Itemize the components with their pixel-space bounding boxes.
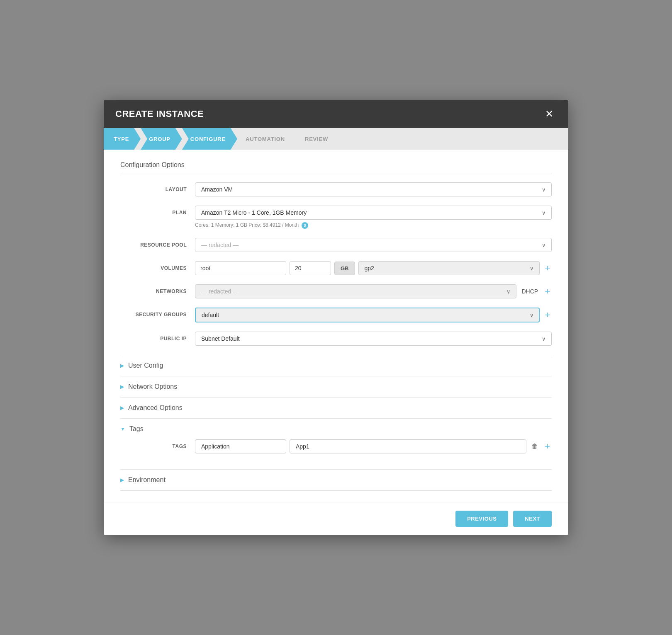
security-groups-control: default +: [195, 308, 552, 322]
dhcp-label: DHCP: [521, 288, 538, 295]
resource-pool-group: RESOURCE POOL — redacted —: [120, 238, 552, 252]
add-tag-button[interactable]: +: [543, 442, 552, 451]
user-config-section: ▶ User Config: [120, 355, 552, 376]
tags-form-group: TAGS 🗑 +: [120, 439, 552, 453]
public-ip-select[interactable]: Subnet Default: [195, 332, 552, 346]
tags-content: TAGS 🗑 +: [120, 439, 552, 469]
volumes-control: GB gp2 +: [195, 261, 552, 275]
tag-value-input[interactable]: [290, 439, 526, 453]
layout-group: LAYOUT Amazon VM: [120, 182, 552, 196]
section-title: Configuration Options: [120, 161, 552, 174]
tags-form-control: 🗑 +: [195, 439, 552, 453]
previous-button[interactable]: PREVIOUS: [455, 511, 508, 527]
tags-section: ▼ Tags TAGS 🗑 +: [120, 418, 552, 469]
user-config-chevron: ▶: [120, 363, 124, 368]
security-groups-select[interactable]: default: [195, 308, 540, 322]
plan-select[interactable]: Amazon T2 Micro - 1 Core, 1GB Memory: [195, 206, 552, 220]
tags-label: Tags: [129, 425, 144, 433]
volume-name-input[interactable]: [195, 261, 286, 275]
volume-size-input[interactable]: [290, 261, 331, 275]
security-select-wrapper: default: [195, 308, 540, 322]
plan-info: Cores: 1 Memory: 1 GB Price: $8.4912 / M…: [195, 222, 552, 229]
networks-control: — redacted — DHCP +: [195, 284, 552, 298]
tags-row: 🗑 +: [195, 439, 552, 453]
networks-row: — redacted — DHCP +: [195, 284, 552, 298]
security-groups-label: SECURITY GROUPS: [120, 308, 195, 318]
volume-unit: GB: [334, 262, 355, 275]
network-select-wrapper: — redacted —: [195, 284, 516, 298]
resource-pool-control: — redacted —: [195, 238, 552, 252]
environment-chevron: ▶: [120, 477, 124, 483]
modal-footer: PREVIOUS NEXT: [104, 502, 568, 535]
network-options-chevron: ▶: [120, 384, 124, 390]
modal-title: CREATE INSTANCE: [115, 109, 204, 119]
close-button[interactable]: ✕: [542, 107, 557, 121]
volume-type-wrapper: gp2: [358, 261, 540, 275]
plan-select-wrapper: Amazon T2 Micro - 1 Core, 1GB Memory: [195, 206, 552, 220]
create-instance-modal: CREATE INSTANCE ✕ TYPE GROUP CONFIGURE A…: [104, 100, 568, 535]
tags-chevron: ▼: [120, 426, 125, 432]
network-options-label: Network Options: [128, 383, 177, 390]
volumes-label: VOLUMES: [120, 261, 195, 271]
user-config-header[interactable]: ▶ User Config: [120, 355, 552, 376]
next-button[interactable]: NEXT: [513, 511, 552, 527]
step-type[interactable]: TYPE: [104, 128, 141, 150]
networks-group: NETWORKS — redacted — DHCP +: [120, 284, 552, 298]
network-options-header[interactable]: ▶ Network Options: [120, 376, 552, 397]
resource-pool-label: RESOURCE POOL: [120, 238, 195, 248]
public-ip-label: PUBLIC IP: [120, 332, 195, 342]
modal-header: CREATE INSTANCE ✕: [104, 100, 568, 128]
add-network-button[interactable]: +: [543, 287, 552, 296]
environment-header[interactable]: ▶ Environment: [120, 470, 552, 490]
step-automation[interactable]: AUTOMATION: [237, 128, 297, 150]
plan-control: Amazon T2 Micro - 1 Core, 1GB Memory Cor…: [195, 206, 552, 229]
public-ip-select-wrapper: Subnet Default: [195, 332, 552, 346]
plan-label: PLAN: [120, 206, 195, 216]
public-ip-group: PUBLIC IP Subnet Default: [120, 332, 552, 346]
security-groups-group: SECURITY GROUPS default +: [120, 308, 552, 322]
public-ip-control: Subnet Default: [195, 332, 552, 346]
security-row: default +: [195, 308, 552, 322]
layout-control: Amazon VM: [195, 182, 552, 196]
layout-select[interactable]: Amazon VM: [195, 182, 552, 196]
volume-type-select[interactable]: gp2: [358, 261, 540, 275]
networks-label: NETWORKS: [120, 284, 195, 294]
network-select[interactable]: — redacted —: [195, 284, 516, 298]
environment-label: Environment: [128, 476, 166, 484]
step-configure[interactable]: CONFIGURE: [182, 128, 237, 150]
modal-body: Configuration Options LAYOUT Amazon VM P…: [104, 150, 568, 502]
add-volume-button[interactable]: +: [543, 264, 552, 273]
volumes-group: VOLUMES GB gp2 +: [120, 261, 552, 275]
step-group[interactable]: GROUP: [141, 128, 182, 150]
tags-field-label: TAGS: [120, 439, 195, 449]
user-config-label: User Config: [128, 362, 163, 369]
network-options-section: ▶ Network Options: [120, 376, 552, 397]
advanced-options-section: ▶ Advanced Options: [120, 397, 552, 419]
advanced-options-label: Advanced Options: [128, 404, 183, 412]
advanced-options-chevron: ▶: [120, 405, 124, 411]
volumes-row: GB gp2 +: [195, 261, 552, 275]
tag-key-input[interactable]: [195, 439, 286, 453]
wizard-steps: TYPE GROUP CONFIGURE AUTOMATION REVIEW: [104, 128, 568, 150]
layout-label: LAYOUT: [120, 182, 195, 192]
add-security-group-button[interactable]: +: [543, 310, 552, 320]
price-badge: $: [302, 222, 308, 229]
step-review[interactable]: REVIEW: [297, 128, 340, 150]
layout-select-wrapper: Amazon VM: [195, 182, 552, 196]
resource-pool-select[interactable]: — redacted —: [195, 238, 552, 252]
resource-pool-select-wrapper: — redacted —: [195, 238, 552, 252]
environment-section: ▶ Environment: [120, 469, 552, 491]
plan-group: PLAN Amazon T2 Micro - 1 Core, 1GB Memor…: [120, 206, 552, 229]
tags-header[interactable]: ▼ Tags: [120, 419, 552, 439]
delete-tag-button[interactable]: 🗑: [530, 441, 540, 452]
advanced-options-header[interactable]: ▶ Advanced Options: [120, 397, 552, 418]
